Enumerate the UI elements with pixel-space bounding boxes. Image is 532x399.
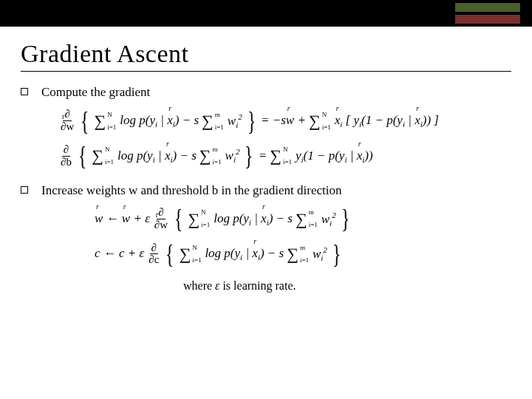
sum-lower-9: i=1 <box>300 257 309 264</box>
eq-db: ∂∂b { ∑Ni=1 log p(yi | xi) − s ∑mi=1 wi2… <box>59 142 511 169</box>
eq-dw: ∂∂w { ∑Ni=1 log p(yi | xi) − s ∑mi=1 wi2… <box>59 107 511 134</box>
sum-upper-5: N <box>283 146 292 153</box>
eq-update-c: c ← c + ε ∂∂c { ∑Ni=1 log p(yi | xi) − s… <box>95 240 511 267</box>
equation-caption: where ε is learning rate. <box>183 276 511 296</box>
bullet-1-text: Compute the gradient <box>41 85 150 100</box>
sum-lower-3: i=1 <box>105 159 114 166</box>
sum-lower-5: i=1 <box>283 159 292 166</box>
sum-lower-m: i=1 <box>215 124 224 131</box>
eq-update-w: w ← w + ε ∂∂w { ∑Ni=1 log p(yi | xi) − s… <box>95 205 511 233</box>
slide-content: Gradient Ascent Compute the gradient ∂∂w… <box>0 27 532 296</box>
sum-upper-6: N <box>201 209 210 216</box>
sum-lower: i=1 <box>107 124 116 131</box>
header-accent-green <box>455 3 520 12</box>
slide-header-bar <box>0 0 532 27</box>
sum-lower-4: i=1 <box>212 159 221 166</box>
sum-upper-8: N <box>192 245 201 251</box>
sum-upper: N <box>107 112 116 118</box>
bullet-marker-icon <box>21 186 28 194</box>
sum-upper-2: N <box>322 112 331 118</box>
bullet-marker-icon <box>21 88 28 95</box>
sum-upper-7: m <box>309 209 318 216</box>
sum-upper-9: m <box>300 245 309 251</box>
sum-upper-3: N <box>105 146 114 153</box>
sum-lower-7: i=1 <box>309 222 318 228</box>
sum-upper-4: m <box>212 146 221 153</box>
bullet-1: Compute the gradient <box>21 85 511 100</box>
bullet-2: Increase weights w and threshold b in th… <box>21 183 511 198</box>
slide-title: Gradient Ascent <box>21 40 511 72</box>
sum-lower-8: i=1 <box>192 257 201 264</box>
sum-lower-2: i=1 <box>322 124 331 131</box>
bullet-2-text: Increase weights w and threshold b in th… <box>41 183 341 198</box>
sum-lower-6: i=1 <box>201 222 210 228</box>
equation-group-1: ∂∂w { ∑Ni=1 log p(yi | xi) − s ∑mi=1 wi2… <box>59 107 511 170</box>
equation-group-2: w ← w + ε ∂∂w { ∑Ni=1 log p(yi | xi) − s… <box>95 205 511 296</box>
sum-upper-m: m <box>215 112 224 118</box>
header-accent-red <box>455 15 520 24</box>
